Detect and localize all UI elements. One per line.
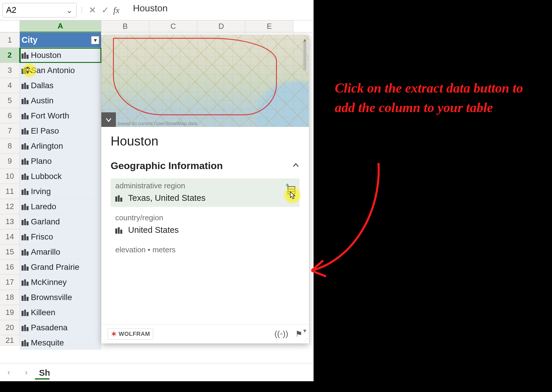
cell-value: McKinney: [31, 278, 67, 287]
scroll-thumb[interactable]: [303, 41, 306, 70]
geography-icon: [22, 127, 29, 134]
geography-icon: [115, 195, 122, 202]
row-header[interactable]: 17: [0, 275, 20, 290]
data-cell[interactable]: Brownsville: [20, 290, 101, 305]
divider: ⋮: [79, 6, 85, 14]
row-header[interactable]: 16: [0, 260, 20, 275]
table-header-cell[interactable]: City▾: [20, 33, 101, 48]
row-header[interactable]: 19: [0, 305, 20, 320]
card-field[interactable]: administrative regionTexas, United State…: [111, 178, 300, 207]
table-header-label: City: [22, 35, 38, 45]
extract-data-button[interactable]: +: [284, 184, 297, 196]
geography-icon: [22, 279, 29, 286]
cell-value: Dallas: [31, 81, 54, 90]
data-cell[interactable]: Frisco: [20, 229, 101, 244]
data-cell[interactable]: Lubbock: [20, 169, 101, 184]
scroll-down-icon[interactable]: ▼: [302, 328, 307, 334]
data-cell[interactable]: Mesquite: [20, 335, 101, 350]
data-cell[interactable]: McKinney: [20, 275, 101, 290]
data-cell[interactable]: El Paso: [20, 123, 101, 139]
cancel-formula-button[interactable]: ✕: [87, 5, 98, 15]
signal-icon[interactable]: ((◦)): [275, 329, 288, 339]
row-header[interactable]: 21: [0, 335, 20, 346]
chevron-down-icon[interactable]: ⌄: [66, 5, 73, 15]
select-all-corner[interactable]: [0, 20, 20, 32]
row-header[interactable]: 3: [0, 63, 20, 78]
card-section-header[interactable]: Geographic Information: [111, 160, 300, 171]
data-cell[interactable]: Plano: [20, 154, 101, 169]
wolfram-icon: ✶: [111, 330, 117, 338]
data-cell[interactable]: Pasadena: [20, 320, 101, 335]
card-title: Houston: [111, 134, 300, 148]
data-cell[interactable]: Fort Worth: [20, 108, 101, 123]
cell-value: Garland: [31, 217, 60, 226]
map-attribution: based on current OpenStreetMap data: [118, 121, 197, 126]
data-cell[interactable]: Laredo: [20, 199, 101, 214]
card-field[interactable]: country/regionUnited States: [111, 210, 300, 239]
row-header[interactable]: 7: [0, 123, 20, 139]
column-header-b[interactable]: B: [101, 20, 149, 32]
row-header[interactable]: 6: [0, 108, 20, 123]
row-header[interactable]: 1: [0, 33, 20, 48]
row-header[interactable]: 2: [0, 48, 20, 63]
name-box-value: A2: [6, 5, 16, 15]
row-header[interactable]: 20: [0, 320, 20, 335]
geography-icon: [22, 52, 29, 59]
filter-button[interactable]: ▾: [91, 36, 99, 44]
row-header[interactable]: 12: [0, 199, 20, 214]
fx-icon[interactable]: fx: [113, 5, 120, 15]
row-header[interactable]: 15: [0, 244, 20, 260]
chevron-up-icon[interactable]: [292, 160, 300, 171]
geography-icon: [22, 339, 29, 346]
geography-icon: [22, 188, 29, 195]
geography-icon: [22, 173, 29, 180]
sheet-next-button[interactable]: ›: [17, 368, 35, 377]
sheet-tab[interactable]: Sheet1: [35, 366, 49, 379]
data-cell[interactable]: Amarillo: [20, 244, 101, 260]
geography-icon: [22, 158, 29, 165]
data-cell[interactable]: Dallas: [20, 78, 101, 93]
data-cell[interactable]: Grand Prairie: [20, 260, 101, 275]
data-cell[interactable]: Irving: [20, 184, 101, 199]
row-header[interactable]: 9: [0, 154, 20, 169]
data-cell[interactable]: Garland: [20, 214, 101, 229]
row-header[interactable]: 13: [0, 214, 20, 229]
wolfram-badge[interactable]: ✶ WOLFRAM: [108, 329, 153, 340]
column-header-e[interactable]: E: [245, 20, 293, 32]
row-header[interactable]: 18: [0, 290, 20, 305]
row-header[interactable]: 5: [0, 93, 20, 108]
data-cell[interactable]: Austin: [20, 93, 101, 108]
map-expand-button[interactable]: [101, 112, 116, 127]
row-header[interactable]: 14: [0, 229, 20, 244]
column-header-d[interactable]: D: [197, 20, 245, 32]
card-scrollbar[interactable]: ▲ ▼: [302, 37, 308, 334]
cell-value: Killeen: [31, 308, 55, 317]
cell-value: Plano: [31, 157, 52, 166]
formula-bar: A2 ⌄ ⋮ ✕ ✓ fx Houston: [0, 0, 314, 20]
column-header-c[interactable]: C: [149, 20, 197, 32]
resize-grip[interactable]: ⋰: [304, 338, 307, 342]
card-field[interactable]: elevation • meters: [111, 242, 300, 261]
section-title: Geographic Information: [111, 160, 223, 171]
data-cell[interactable]: Killeen: [20, 305, 101, 320]
geography-icon: [22, 203, 29, 210]
data-cell[interactable]: Houston: [20, 48, 101, 63]
accept-formula-button[interactable]: ✓: [100, 5, 110, 15]
data-cell[interactable]: San Antonio: [20, 63, 101, 78]
data-type-card: based on current OpenStreetMap data Hous…: [101, 35, 309, 343]
row-header[interactable]: 11: [0, 184, 20, 199]
row-header[interactable]: 10: [0, 169, 20, 184]
wolfram-label: WOLFRAM: [119, 331, 150, 337]
column-header-a[interactable]: A: [20, 20, 101, 32]
cell-value: Amarillo: [31, 247, 60, 257]
card-map[interactable]: based on current OpenStreetMap data: [101, 35, 309, 127]
cell-value: Brownsville: [31, 293, 72, 302]
name-box[interactable]: A2 ⌄: [2, 3, 77, 17]
svg-text:+: +: [286, 182, 289, 188]
flag-icon[interactable]: ⚑: [295, 329, 302, 339]
formula-input[interactable]: Houston: [124, 3, 311, 17]
row-header[interactable]: 4: [0, 78, 20, 93]
data-cell[interactable]: Arlington: [20, 139, 101, 154]
sheet-prev-button[interactable]: ‹: [0, 368, 17, 377]
row-header[interactable]: 8: [0, 139, 20, 154]
